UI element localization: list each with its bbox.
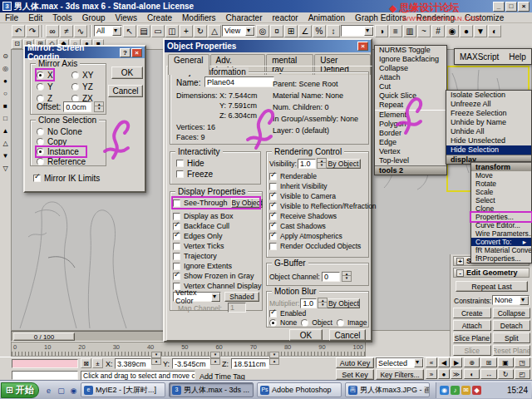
reactor-icon-6[interactable]: □ (3, 115, 7, 122)
set-key-button[interactable]: Set Key (336, 369, 374, 380)
key-mode-icon[interactable]: ● (438, 369, 450, 379)
checkbox-icon[interactable] (269, 173, 277, 180)
checkbox-icon[interactable] (269, 310, 277, 318)
help-button[interactable]: ? (120, 48, 131, 57)
menu-item[interactable]: Modifiers (177, 12, 221, 23)
y-coord-field[interactable]: -3.545cm (172, 358, 210, 369)
unlink-selection-icon[interactable]: ≠ (60, 25, 73, 37)
object-properties-titlebar[interactable]: Object Properties × (165, 40, 371, 52)
geometry-button[interactable]: Reset Plane (493, 345, 531, 356)
radio-icon[interactable] (37, 158, 44, 165)
ok-button[interactable]: OK (289, 329, 323, 341)
play-icon[interactable]: ▶ (451, 357, 462, 367)
field-of-view-icon[interactable]: ◐ (464, 369, 480, 379)
dropdown-arrow-icon[interactable] (520, 296, 529, 305)
quad-menu-item[interactable]: Repeat (375, 101, 446, 110)
maximize-button[interactable]: □ (505, 2, 517, 12)
quad-menu-item[interactable]: Attach (375, 73, 446, 82)
checkbox-icon[interactable] (173, 243, 180, 250)
quad-menu-item[interactable]: Isolate Selection (446, 91, 531, 100)
key-filters-button[interactable]: Key Filters... (376, 369, 424, 380)
reactor-icon-2[interactable]: ◎ (2, 65, 8, 72)
macro-recorder-field[interactable] (12, 359, 78, 368)
quad-menu-item[interactable]: Border (375, 129, 446, 138)
checkbox-icon[interactable] (269, 223, 277, 230)
spinner-snap-icon[interactable]: ↕ (327, 25, 340, 37)
quad-menu-item[interactable]: Collapse (375, 64, 446, 73)
maxscript-listener-field[interactable] (12, 371, 78, 380)
mirror-axis-radio[interactable]: Y (37, 81, 53, 91)
by-object-button[interactable]: By Object (327, 298, 360, 308)
quad-menu-item[interactable]: Scale (471, 188, 531, 196)
quad-menu-item[interactable]: fR Material Converter (471, 246, 531, 254)
minimize-button[interactable]: _ (493, 2, 505, 12)
quad-menu-item[interactable]: Top-level (375, 156, 446, 165)
selection-region-icon[interactable]: ▭ (151, 25, 165, 37)
menu-item[interactable]: Edit (23, 12, 47, 23)
radio-icon[interactable] (337, 319, 344, 327)
tray-icon-2[interactable]: ♪ (451, 386, 460, 395)
rendering-checkbox[interactable]: Visible to Camera (269, 191, 377, 201)
zoom-extents-icon[interactable]: ▣ (498, 357, 514, 367)
track-bar[interactable]: 0102030405060708090100 (11, 342, 366, 357)
reactor-icon-9[interactable]: ▼ (2, 152, 9, 160)
taskbar-button[interactable]: e MyIE2 - [大屏时...] (81, 382, 165, 397)
close-button[interactable]: × (131, 48, 142, 57)
multiplier-field[interactable]: 1.0 (300, 298, 317, 308)
checkbox-icon[interactable] (269, 183, 277, 190)
schematic-view-icon[interactable]: # (431, 25, 445, 37)
mirror-axis-radio[interactable]: X (37, 70, 53, 80)
spinner[interactable] (342, 271, 350, 282)
visibility-field[interactable]: 1.0 (298, 159, 316, 169)
angle-snap-icon[interactable]: ∠ (298, 25, 312, 37)
select-and-manipulate-icon[interactable]: ¤ (270, 25, 283, 37)
dropdown-arrow-icon[interactable] (112, 27, 121, 36)
radio-icon[interactable] (71, 71, 79, 79)
display-property-checkbox[interactable]: Show Frozen in Gray (173, 271, 262, 281)
layer-manager-icon[interactable]: ▥ (403, 25, 416, 37)
quad-menu-item[interactable]: Cut (375, 82, 446, 91)
menu-item[interactable]: File (0, 12, 23, 23)
mirror-axis-radio[interactable]: YZ (71, 81, 93, 91)
dropdown-arrow-icon[interactable] (364, 27, 373, 36)
window-titlebar[interactable]: 3 男人体.max - 3ds max 6 - Stand-alone Lice… (0, 0, 532, 12)
motion-blur-mode-radio[interactable]: Image (337, 318, 367, 328)
zoom-extents-all-icon[interactable]: ◳ (515, 357, 530, 367)
quick-render-icon[interactable]: ◐ (488, 25, 501, 37)
radio-icon[interactable] (37, 83, 44, 91)
menu-item[interactable]: reactor (268, 12, 303, 23)
redo-icon[interactable]: ↷ (26, 25, 39, 37)
checkbox-icon[interactable] (173, 200, 180, 207)
checkbox-icon[interactable] (269, 213, 277, 220)
quad-menu-item[interactable]: Vertex (375, 147, 446, 156)
start-button[interactable]: ⊞ 开始 (1, 382, 39, 398)
repeat-last-button[interactable]: Repeat Last (456, 281, 528, 292)
reactor-icon-7[interactable]: ▲ (2, 127, 9, 135)
undo-icon[interactable]: ↶ (12, 25, 25, 37)
display-property-checkbox[interactable]: Backface Cull (173, 221, 262, 231)
radio-icon[interactable] (37, 128, 44, 135)
quad-menu-item[interactable]: Freeze Selection (446, 109, 531, 118)
rendering-checkbox[interactable]: Receive Shadows (269, 211, 377, 221)
quad-menu-item[interactable]: Move (471, 171, 531, 180)
quad-menu-item[interactable]: Ignore Backfacing (375, 55, 446, 64)
z-coord-field[interactable]: 18.511cm (231, 358, 269, 369)
taskbar-button[interactable]: 画 男人体max3.JPG - 画图 (345, 382, 430, 397)
taskbar-button[interactable]: Ps Adobe Photoshop (257, 382, 342, 397)
geometry-button[interactable]: Slice Plane (453, 332, 491, 343)
quad-menu-item[interactable]: Hide Unselected (446, 136, 531, 145)
quad-menu-item[interactable]: Clone (471, 204, 531, 213)
go-to-start-icon[interactable]: « (426, 357, 437, 367)
motion-blur-mode-radio[interactable]: Object (301, 318, 332, 328)
selection-lock-icon[interactable]: ⊠ (81, 358, 91, 368)
checkbox-icon[interactable] (173, 253, 180, 260)
vertex-color-dropdown[interactable]: Vertex Color (173, 292, 221, 302)
checkbox-icon[interactable] (173, 263, 180, 270)
geometry-button[interactable]: Create (453, 308, 491, 318)
object-channel-field[interactable]: 0 (322, 272, 340, 282)
named-selection-dropdown[interactable] (341, 25, 374, 37)
previous-frame-icon[interactable]: ◀ (438, 357, 450, 367)
rendering-checkbox[interactable]: Inherit Visibility (269, 181, 377, 191)
quad-menu-item[interactable]: Rotate (471, 180, 531, 188)
quick-launch-player-icon[interactable]: ◉ (68, 384, 79, 397)
